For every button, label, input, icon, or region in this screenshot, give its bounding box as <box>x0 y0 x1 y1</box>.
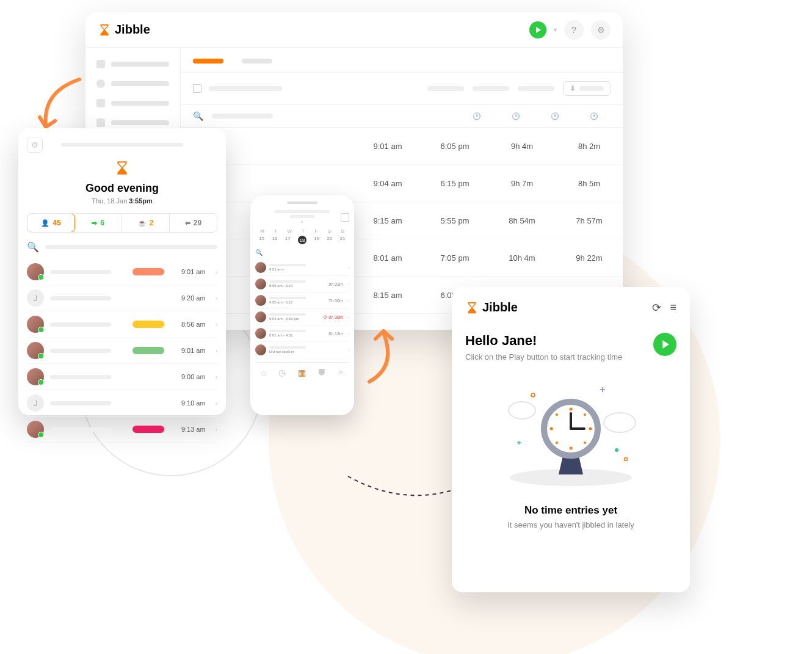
play-button[interactable] <box>653 333 676 356</box>
search-icon[interactable]: 🔍 <box>193 111 203 121</box>
status-tag <box>132 321 164 328</box>
stat-out[interactable]: ⬅29 <box>170 214 217 232</box>
time: 8:56 am <box>175 321 206 328</box>
duration: 9h 01m <box>328 282 343 286</box>
avatar <box>27 421 44 438</box>
chevron-right-icon: › <box>216 321 217 328</box>
time-in: 8:01 am <box>366 253 409 263</box>
tab-active[interactable] <box>193 59 223 64</box>
sidebar-item[interactable] <box>96 79 169 88</box>
date[interactable]: 18 <box>298 236 306 244</box>
person-row[interactable]: J9:20 am› <box>27 285 217 311</box>
timesheet-row[interactable]: 9:15 am 5:55 pm 8h 54m 7h 57m <box>181 202 623 239</box>
sidebar-item[interactable] <box>96 118 169 127</box>
date[interactable]: 19 <box>314 236 319 244</box>
stat-break[interactable]: ☕2 <box>122 214 170 232</box>
avatar <box>27 316 44 333</box>
timesheet-row[interactable]: 9:01 am 6:05 pm 9h 4m 8h 2m <box>181 128 623 165</box>
svg-point-10 <box>556 441 558 444</box>
entry-row[interactable]: Did not clock in › <box>255 342 349 358</box>
entry-row[interactable]: 9:05 am - 5:17 7h 50m › <box>255 292 349 309</box>
weekday: S <box>341 228 344 234</box>
stat-people[interactable]: 👤45 <box>27 213 75 233</box>
sidebar-item[interactable] <box>96 99 169 107</box>
chevron-down-icon[interactable]: ▾ <box>554 26 557 33</box>
svg-point-7 <box>589 427 592 431</box>
date[interactable]: 16 <box>272 236 277 244</box>
help-icon[interactable]: ? <box>564 20 584 40</box>
weekday: T <box>274 228 277 234</box>
svg-point-9 <box>584 413 586 416</box>
menu-icon[interactable]: ≡ <box>338 368 343 377</box>
menu-icon[interactable]: ≡ <box>670 301 676 314</box>
time-range: 9:04 am - 6:15 pm <box>269 317 320 321</box>
duration: 8h 12m <box>328 332 343 336</box>
timesheet-row[interactable]: 9:04 am 6:15 pm 9h 7m 8h 5m <box>181 165 623 202</box>
hourglass-icon <box>98 23 111 37</box>
calendar-icon[interactable] <box>193 84 201 93</box>
settings-icon[interactable]: ⚙ <box>27 137 43 153</box>
net: 7h 57m <box>568 216 611 225</box>
tab-inactive[interactable] <box>242 59 272 64</box>
calendar-icon[interactable] <box>341 213 349 222</box>
status-tag <box>132 268 164 275</box>
date[interactable]: 21 <box>340 236 346 244</box>
entry-row[interactable]: 9:01 am - › <box>255 260 349 276</box>
subtitle: Click on the Play button to start tracki… <box>465 352 622 362</box>
brand-logo: Jibble <box>465 300 518 314</box>
download-button[interactable]: ⬇ <box>563 81 611 96</box>
time-out: 6:05 pm <box>433 142 476 151</box>
clock-illustration <box>465 380 676 492</box>
date[interactable]: 20 <box>327 236 333 244</box>
time-in: 8:15 am <box>366 291 409 300</box>
weekday: S <box>328 228 331 234</box>
search-icon[interactable]: 🔍 <box>27 241 39 253</box>
chevron-right-icon: › <box>348 315 349 319</box>
clock-in-button[interactable] <box>529 21 546 38</box>
drag-handle[interactable] <box>61 143 183 147</box>
refresh-icon[interactable]: ⟳ <box>652 301 661 314</box>
timesheet-icon[interactable]: ▦ <box>298 368 306 377</box>
hourglass-icon <box>465 301 479 314</box>
svg-point-5 <box>570 447 573 450</box>
person-row[interactable]: J9:10 am› <box>27 390 217 416</box>
chevron-right-icon: › <box>348 266 349 270</box>
time-range: 9:05 am - 5:17 <box>269 300 325 304</box>
clock-icon: 🕐 <box>512 112 520 120</box>
time-range: 8:55 am - 6:10 <box>269 284 325 288</box>
duration: 7h 50m <box>328 299 343 303</box>
person-row[interactable]: 9:13 am› <box>27 416 217 443</box>
chevron-right-icon: › <box>348 348 349 352</box>
chevron-right-icon: › <box>216 295 217 302</box>
chevron-right-icon: › <box>348 282 349 286</box>
arrow-decoration-1 <box>31 73 85 134</box>
timesheet-row[interactable]: 8:01 am 7:05 pm 10h 4m 9h 22m <box>181 239 623 277</box>
shield-icon[interactable]: ⛊ <box>317 368 326 377</box>
stat-in[interactable]: ➡6 <box>74 214 122 232</box>
clock-icon: 🕐 <box>551 112 559 120</box>
sidebar-item[interactable] <box>96 60 169 68</box>
timer-icon[interactable]: ◷ <box>278 368 286 377</box>
date[interactable]: 15 <box>259 236 264 244</box>
entry-row[interactable]: 9:04 am - 6:15 pm ⏱ 8h 30m › <box>255 309 349 325</box>
home-icon[interactable]: ⌂ <box>261 368 266 377</box>
brand-name: Jibble <box>115 23 150 37</box>
time-in: 9:01 am <box>366 142 409 151</box>
duration: 9h 4m <box>501 142 543 151</box>
status-tag <box>132 347 164 354</box>
person-row[interactable]: 9:01 am› <box>27 338 217 364</box>
settings-icon[interactable]: ⚙ <box>591 20 611 40</box>
svg-point-2 <box>604 413 636 432</box>
duration: ⏱ 8h 30m <box>323 315 343 319</box>
search-icon[interactable]: 🔍 <box>255 249 349 256</box>
person-row[interactable]: 9:00 am› <box>27 364 217 390</box>
person-row[interactable]: 8:56 am› <box>27 311 217 338</box>
entry-row[interactable]: 8:01 am - 4:01 8h 12m › <box>255 325 349 342</box>
time: 9:20 am <box>175 294 206 302</box>
date[interactable]: 17 <box>285 236 291 244</box>
time-in: 9:15 am <box>366 216 409 225</box>
avatar <box>255 262 266 273</box>
person-row[interactable]: 9:01 am› <box>27 259 217 285</box>
time: 9:01 am <box>175 347 206 354</box>
entry-row[interactable]: 8:55 am - 6:10 9h 01m › <box>255 276 349 292</box>
